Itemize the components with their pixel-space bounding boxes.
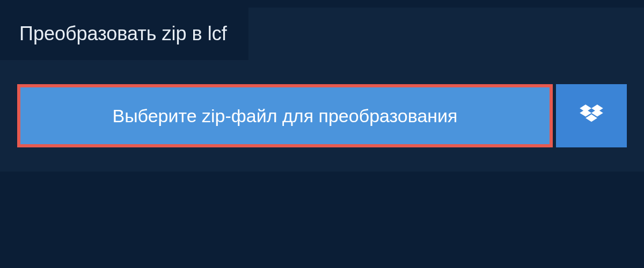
dropbox-button[interactable]: [556, 84, 627, 147]
upload-button-row: Выберите zip-файл для преобразования: [17, 84, 627, 147]
select-file-label: Выберите zip-файл для преобразования: [113, 106, 458, 126]
select-file-button[interactable]: Выберите zip-файл для преобразования: [17, 84, 553, 147]
converter-panel: Преобразовать zip в lcf Выберите zip-фай…: [0, 8, 644, 172]
page-title: Преобразовать zip в lcf: [0, 8, 248, 60]
dropbox-icon: [580, 105, 603, 128]
